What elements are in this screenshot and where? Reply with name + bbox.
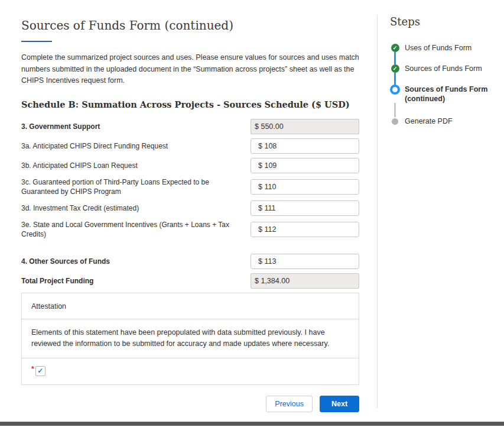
step-generate-pdf: Generate PDF [390,117,496,126]
check-glyph: ✓ [393,66,398,72]
chips-direct-funding-input[interactable] [251,138,359,154]
step-label: Uses of Funds Form [405,43,472,53]
checkmark-icon: ✓ [37,367,43,375]
step-sources-of-funds: ✓ Sources of Funds Form [390,64,496,73]
step-upcoming-dot-icon [392,118,398,125]
step-label: Sources of Funds Form (continued) [405,85,493,103]
step-connector [394,52,396,64]
step-icon-column [390,117,400,125]
step-uses-of-funds: ✓ Uses of Funds Form [390,43,496,53]
guaranteed-third-party-loans-input[interactable] [251,179,359,195]
form-row-government-support: 3. Government Support [21,119,359,134]
attestation-box: Attestation Elements of this statement h… [21,293,359,385]
schedule-b-heading: Schedule B: Summation Across Projects - … [21,99,359,111]
form-row-other-sources: 4. Other Sources of Funds [21,254,359,269]
form-row-chips-direct-funding: 3a. Anticipated CHIPS Direct Funding Req… [21,138,359,154]
field-label: 3a. Anticipated CHIPS Direct Funding Req… [21,141,251,151]
steps-sidebar: Steps ✓ Uses of Funds Form ✓ Sources of … [390,15,496,126]
total-project-funding-input [251,273,359,289]
title-underline [21,41,52,42]
step-connector [394,73,396,85]
government-support-input [251,119,359,134]
chips-loan-request-input[interactable] [251,158,359,173]
attestation-header: Attestation [22,293,359,319]
steps-heading: Steps [390,15,496,29]
step-icon-column [390,85,400,95]
page-title: Sources of Funds Form (continued) [21,18,359,33]
next-button[interactable]: Next [320,396,359,412]
form-row-total-project-funding: Total Project Funding [21,273,359,289]
step-sources-of-funds-continued: Sources of Funds Form (continued) [390,85,496,103]
field-label: 3e. State and Local Government Incentive… [21,220,251,239]
step-label: Sources of Funds Form [405,64,482,73]
button-row: Previous Next [21,396,359,412]
steps-list: ✓ Uses of Funds Form ✓ Sources of Funds … [390,43,496,126]
vertical-divider [377,15,378,408]
other-sources-input[interactable] [251,254,359,269]
field-label: 3b. Anticipated CHIPS Loan Request [21,161,251,170]
step-label: Generate PDF [405,117,453,126]
step-current-ring-icon [390,85,400,95]
step-icon-column: ✓ [390,43,400,52]
step-connector [394,103,396,117]
step-complete-check-icon: ✓ [391,44,399,52]
page: Sources of Funds Form (continued) Comple… [0,0,504,427]
previous-button[interactable]: Previous [266,396,313,412]
form-row-chips-loan-request: 3b. Anticipated CHIPS Loan Request [21,158,359,173]
state-local-incentives-input[interactable] [251,222,359,237]
attestation-statement: Elements of this statement have been pre… [22,319,359,358]
form-row-guaranteed-third-party-loans: 3c. Guaranteed portion of Third-Party Lo… [21,177,359,196]
check-glyph: ✓ [393,45,398,51]
field-label: 3. Government Support [21,122,251,131]
investment-tax-credit-input[interactable] [251,200,359,216]
required-marker: * [31,365,34,373]
step-complete-check-icon: ✓ [391,64,399,73]
footer-bar [0,422,504,426]
field-label: 3c. Guaranteed portion of Third-Party Lo… [21,177,251,196]
field-label: 3d. Investment Tax Credit (estimated) [21,203,251,213]
main-content: Sources of Funds Form (continued) Comple… [21,0,359,412]
step-icon-column: ✓ [390,64,400,73]
field-label: Total Project Funding [21,276,251,286]
page-description: Complete the summarized project sources … [21,52,361,87]
form-row-investment-tax-credit: 3d. Investment Tax Credit (estimated) [21,200,359,216]
form-row-state-local-incentives: 3e. State and Local Government Incentive… [21,220,359,239]
attestation-checkbox[interactable]: ✓ [35,366,45,376]
attestation-checkbox-row: * ✓ [22,358,359,384]
field-label: 4. Other Sources of Funds [21,257,251,266]
